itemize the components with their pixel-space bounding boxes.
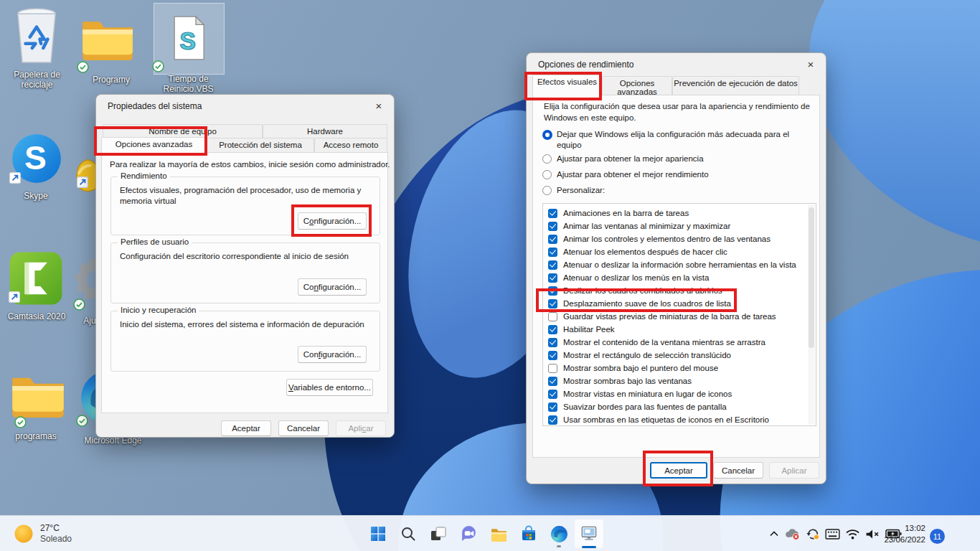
visual-effect-item[interactable]: Atenuar los elementos después de hacer c… [543, 245, 816, 258]
hidden-icons-chevron-icon[interactable] [769, 529, 779, 538]
tab-prevencion-ejecucion-datos[interactable]: Prevención de ejecución de datos [672, 76, 799, 95]
sysprops-aceptar-button[interactable]: Aceptar [221, 420, 271, 436]
button-label-part: ar [366, 424, 373, 433]
onedrive-error-icon[interactable] [784, 527, 801, 540]
edge-taskbar-button[interactable] [544, 519, 574, 549]
shortcut-arrow-badge-icon [9, 172, 21, 187]
recycle-bin-icon[interactable] [10, 4, 63, 70]
radio-icon[interactable] [542, 170, 552, 179]
visual-effect-item[interactable]: Animar los controles y elementos dentro … [543, 232, 816, 245]
tab-acceso-remoto[interactable]: Acceso remoto [314, 138, 387, 153]
radio-label: Dejar que Windows elija la configuración… [557, 129, 809, 151]
chat-button[interactable] [453, 519, 484, 549]
checkbox-checked-icon[interactable] [548, 325, 557, 334]
perfopts-aplicar-button: Aplicar [769, 462, 819, 479]
visual-effect-label: Animaciones en la barra de tareas [563, 209, 689, 217]
radio-selected-icon[interactable] [542, 130, 552, 140]
visual-effect-item[interactable]: Mostrar sombras bajo las ventanas [543, 375, 816, 387]
file-explorer-button[interactable] [484, 519, 514, 549]
window-title: Propiedades del sistema [108, 101, 202, 111]
visual-effect-item[interactable]: Habilitar Peek [543, 323, 816, 336]
close-icon[interactable]: × [371, 99, 387, 113]
visual-effect-item[interactable]: Mostrar el rectángulo de selección trans… [543, 349, 816, 362]
window-title: Opciones de rendimiento [538, 60, 633, 70]
sysprops-cancelar-button[interactable]: Cancelar [278, 420, 329, 436]
skype-label: Skype [7, 191, 65, 201]
button-label-part: Co [303, 283, 314, 291]
wifi-icon[interactable] [845, 528, 860, 540]
shortcut-arrow-badge-icon [9, 291, 20, 306]
checkbox-checked-icon[interactable] [548, 260, 557, 270]
search-icon [400, 525, 417, 542]
tab-opciones-avanzadas-perf[interactable]: Opciones avanzadas [602, 76, 672, 95]
visual-effect-label: Guardar vistas previas de miniaturas de … [563, 312, 776, 321]
microsoft-store-button[interactable] [514, 519, 544, 549]
variables-entorno-button[interactable]: Variables de entorno... [286, 379, 373, 396]
visual-effect-item[interactable]: Atenuar o deslizar la información sobre … [543, 258, 816, 271]
checkbox-unchecked-icon[interactable] [548, 364, 557, 373]
radio-label: Personalizar: [557, 185, 809, 196]
radio-icon[interactable] [542, 186, 552, 195]
perfiles-legend: Perfiles de usuario [118, 237, 192, 246]
visual-effect-item[interactable]: Mostrar sombra bajo el puntero del mouse [543, 362, 816, 375]
visual-effect-label: Habilitar Peek [563, 325, 615, 334]
button-label-part: Apli [348, 424, 362, 433]
visual-effect-label: Animar los controles y elementos dentro … [563, 235, 771, 243]
visual-effect-item[interactable]: Usar sombras en las etiquetas de iconos … [543, 413, 816, 426]
sun-icon [13, 523, 34, 545]
radio-icon[interactable] [542, 154, 552, 164]
camtasia-label: Camtasia 2020 [1, 311, 72, 321]
vbs-file-icon[interactable]: S [171, 16, 207, 63]
radio-label: Ajustar para obtener la mejor apariencia [557, 154, 809, 164]
folder-programas-icon[interactable] [10, 372, 66, 422]
vbs-file-label: Tiempo de Reinicio.VBS [154, 74, 223, 94]
annotation-box-configuracion [291, 204, 372, 237]
radio-personalizar[interactable]: Personalizar: [542, 185, 809, 196]
visual-effect-item[interactable]: Mostrar el contenido de la ventana mient… [543, 336, 816, 349]
system-properties-titlebar: Propiedades del sistema × [96, 95, 394, 118]
visual-effect-item[interactable]: Atenuar o deslizar los menús en la vista [543, 271, 816, 284]
folder-programy-icon[interactable] [80, 16, 135, 65]
checkbox-checked-icon[interactable] [548, 248, 557, 257]
perfopts-cancelar-button[interactable]: Cancelar [713, 462, 763, 479]
sync-pending-icon[interactable] [806, 527, 820, 541]
checkbox-checked-icon[interactable] [548, 377, 557, 386]
tab-proteccion-del-sistema[interactable]: Protección del sistema [207, 138, 314, 153]
close-icon[interactable]: × [803, 57, 819, 72]
radio-mejor-rendimiento[interactable]: Ajustar para obtener el mejor rendimient… [542, 169, 809, 180]
checkbox-checked-icon[interactable] [548, 222, 557, 231]
visual-effect-label: Usar sombras en las etiquetas de iconos … [563, 415, 769, 424]
rendimiento-legend: Rendimiento [118, 171, 170, 180]
radio-mejor-apariencia[interactable]: Ajustar para obtener la mejor apariencia [542, 154, 809, 164]
visual-effect-item[interactable]: Mostrar vistas en miniatura en lugar de … [543, 387, 816, 400]
checkbox-checked-icon[interactable] [548, 338, 557, 347]
checkbox-unchecked-icon[interactable] [548, 312, 557, 321]
visual-effect-item[interactable]: Animar las ventanas al minimizar y maxim… [543, 220, 816, 232]
system-properties-taskbar-button[interactable] [574, 519, 604, 549]
touch-keyboard-icon[interactable] [825, 529, 840, 540]
checkbox-checked-icon[interactable] [548, 235, 557, 244]
checkbox-checked-icon[interactable] [548, 402, 557, 412]
checkbox-checked-icon[interactable] [548, 273, 557, 283]
volume-muted-icon[interactable] [865, 529, 880, 540]
configuracion-button-inicio[interactable]: Configuración... [298, 346, 367, 363]
visual-effect-item[interactable]: Suavizar bordes para las fuentes de pant… [543, 400, 816, 413]
visual-effect-item[interactable]: Animaciones en la barra de tareas [543, 207, 816, 220]
checkbox-checked-icon[interactable] [548, 209, 557, 218]
notification-count-badge[interactable]: 11 [930, 529, 945, 544]
radio-dejar-que-windows[interactable]: Dejar que Windows elija la configuración… [542, 129, 809, 151]
visual-effects-list[interactable]: Animaciones en la barra de tareasAnimar … [542, 203, 816, 426]
checkbox-checked-icon[interactable] [548, 390, 557, 399]
configuracion-button-perfiles[interactable]: Configuración... [298, 278, 367, 296]
checkbox-checked-icon[interactable] [548, 415, 557, 425]
annotation-box-aceptar [643, 451, 713, 486]
checkbox-checked-icon[interactable] [548, 351, 557, 360]
search-button[interactable] [393, 519, 423, 549]
weather-widget[interactable]: 27°C Soleado [9, 519, 76, 548]
button-label-part: figuración... [319, 283, 361, 291]
clock[interactable]: 13:02 23/06/2022 [881, 522, 925, 545]
start-button[interactable] [363, 519, 393, 549]
active-app-indicator [582, 546, 596, 548]
tab-hardware[interactable]: Hardware [263, 124, 387, 138]
task-view-button[interactable] [423, 519, 453, 549]
